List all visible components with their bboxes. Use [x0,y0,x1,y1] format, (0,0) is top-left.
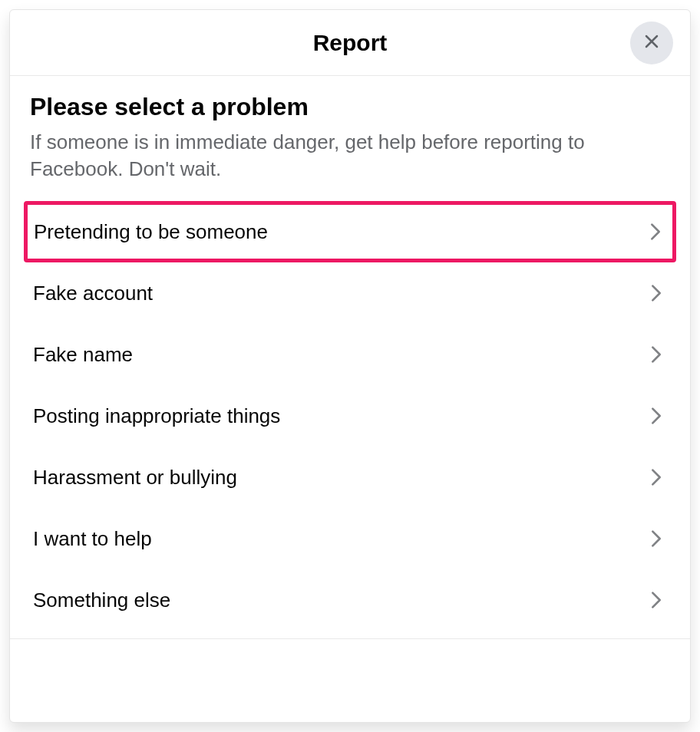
option-harassment[interactable]: Harassment or bullying [24,447,676,508]
subheader-title: Please select a problem [30,93,670,121]
option-label: Fake name [33,343,133,367]
close-icon [642,32,661,53]
subheader-description: If someone is in immediate danger, get h… [30,129,670,183]
option-label: Posting inappropriate things [33,404,280,428]
option-label: Fake account [33,282,153,305]
option-fake-name[interactable]: Fake name [24,324,676,385]
option-inappropriate[interactable]: Posting inappropriate things [24,385,676,447]
option-pretending[interactable]: Pretending to be someone [24,201,676,262]
chevron-right-icon [646,467,667,488]
chevron-right-icon [645,221,666,242]
dialog-title: Report [313,30,388,56]
dialog-header: Report [10,10,690,76]
close-button[interactable] [630,21,673,64]
options-list: Pretending to be someone Fake account Fa… [10,201,690,631]
option-label: Pretending to be someone [34,220,268,244]
bottom-divider [10,638,690,639]
option-fake-account[interactable]: Fake account [24,262,676,324]
chevron-right-icon [646,344,667,365]
chevron-right-icon [646,405,667,427]
option-label: Something else [33,589,170,612]
chevron-right-icon [646,282,667,304]
option-help[interactable]: I want to help [24,508,676,569]
chevron-right-icon [646,589,667,611]
chevron-right-icon [646,528,667,549]
report-dialog: Report Please select a problem If someon… [9,9,691,723]
option-something-else[interactable]: Something else [24,569,676,631]
option-label: Harassment or bullying [33,466,237,490]
option-label: I want to help [33,527,152,551]
subheader: Please select a problem If someone is in… [10,76,690,201]
